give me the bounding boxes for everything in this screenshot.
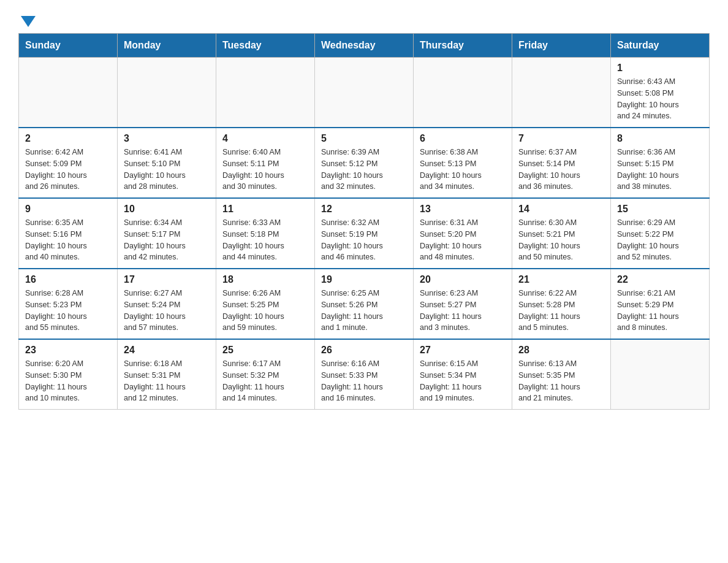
day-info: Sunrise: 6:31 AM Sunset: 5:20 PM Dayligh… [420, 217, 506, 263]
calendar-day-cell: 2Sunrise: 6:42 AM Sunset: 5:09 PM Daylig… [19, 128, 118, 198]
calendar-week-row: 23Sunrise: 6:20 AM Sunset: 5:30 PM Dayli… [19, 339, 710, 410]
day-info: Sunrise: 6:35 AM Sunset: 5:16 PM Dayligh… [25, 217, 111, 263]
calendar-day-cell [512, 58, 611, 128]
day-number: 26 [321, 345, 407, 356]
day-info: Sunrise: 6:17 AM Sunset: 5:32 PM Dayligh… [222, 358, 308, 404]
day-info: Sunrise: 6:41 AM Sunset: 5:10 PM Dayligh… [124, 147, 210, 193]
day-number: 23 [25, 345, 111, 356]
day-info: Sunrise: 6:29 AM Sunset: 5:22 PM Dayligh… [617, 217, 703, 263]
logo-triangle-icon [21, 16, 36, 27]
calendar-day-cell: 8Sunrise: 6:36 AM Sunset: 5:15 PM Daylig… [611, 128, 710, 198]
day-number: 2 [25, 133, 111, 144]
calendar-day-cell: 1Sunrise: 6:43 AM Sunset: 5:08 PM Daylig… [611, 58, 710, 128]
day-number: 1 [617, 63, 703, 74]
day-info: Sunrise: 6:13 AM Sunset: 5:35 PM Dayligh… [518, 358, 604, 404]
calendar-week-row: 16Sunrise: 6:28 AM Sunset: 5:23 PM Dayli… [19, 269, 710, 339]
weekday-header-friday: Friday [512, 34, 611, 58]
calendar-day-cell: 17Sunrise: 6:27 AM Sunset: 5:24 PM Dayli… [118, 269, 216, 339]
day-info: Sunrise: 6:40 AM Sunset: 5:11 PM Dayligh… [222, 147, 308, 193]
calendar-day-cell: 9Sunrise: 6:35 AM Sunset: 5:16 PM Daylig… [19, 198, 118, 269]
day-number: 22 [617, 274, 703, 285]
day-number: 5 [321, 133, 407, 144]
day-info: Sunrise: 6:34 AM Sunset: 5:17 PM Dayligh… [124, 217, 210, 263]
day-info: Sunrise: 6:28 AM Sunset: 5:23 PM Dayligh… [25, 288, 111, 334]
calendar-day-cell: 19Sunrise: 6:25 AM Sunset: 5:26 PM Dayli… [315, 269, 414, 339]
day-info: Sunrise: 6:42 AM Sunset: 5:09 PM Dayligh… [25, 147, 111, 193]
day-number: 9 [25, 204, 111, 215]
calendar-day-cell: 6Sunrise: 6:38 AM Sunset: 5:13 PM Daylig… [414, 128, 512, 198]
day-info: Sunrise: 6:32 AM Sunset: 5:19 PM Dayligh… [321, 217, 407, 263]
day-number: 10 [124, 204, 210, 215]
day-number: 16 [25, 274, 111, 285]
calendar-day-cell [19, 58, 118, 128]
day-number: 19 [321, 274, 407, 285]
day-number: 6 [420, 133, 506, 144]
calendar-day-cell [118, 58, 216, 128]
day-info: Sunrise: 6:15 AM Sunset: 5:34 PM Dayligh… [420, 358, 506, 404]
calendar-day-cell: 28Sunrise: 6:13 AM Sunset: 5:35 PM Dayli… [512, 339, 611, 410]
day-number: 13 [420, 204, 506, 215]
day-number: 25 [222, 345, 308, 356]
calendar-day-cell: 10Sunrise: 6:34 AM Sunset: 5:17 PM Dayli… [118, 198, 216, 269]
calendar-day-cell [216, 58, 315, 128]
calendar-day-cell: 7Sunrise: 6:37 AM Sunset: 5:14 PM Daylig… [512, 128, 611, 198]
calendar-day-cell: 18Sunrise: 6:26 AM Sunset: 5:25 PM Dayli… [216, 269, 315, 339]
calendar-day-cell: 15Sunrise: 6:29 AM Sunset: 5:22 PM Dayli… [611, 198, 710, 269]
calendar-week-row: 9Sunrise: 6:35 AM Sunset: 5:16 PM Daylig… [19, 198, 710, 269]
calendar-day-cell: 20Sunrise: 6:23 AM Sunset: 5:27 PM Dayli… [414, 269, 512, 339]
calendar-week-row: 1Sunrise: 6:43 AM Sunset: 5:08 PM Daylig… [19, 58, 710, 128]
day-info: Sunrise: 6:43 AM Sunset: 5:08 PM Dayligh… [617, 76, 703, 122]
day-number: 18 [222, 274, 308, 285]
weekday-header-sunday: Sunday [19, 34, 118, 58]
page-header [18, 12, 710, 27]
day-number: 8 [617, 133, 703, 144]
weekday-header-saturday: Saturday [611, 34, 710, 58]
weekday-header-thursday: Thursday [414, 34, 512, 58]
calendar-day-cell: 11Sunrise: 6:33 AM Sunset: 5:18 PM Dayli… [216, 198, 315, 269]
day-number: 11 [222, 204, 308, 215]
day-number: 14 [518, 204, 604, 215]
weekday-header-monday: Monday [118, 34, 216, 58]
calendar-day-cell: 23Sunrise: 6:20 AM Sunset: 5:30 PM Dayli… [19, 339, 118, 410]
calendar-day-cell: 14Sunrise: 6:30 AM Sunset: 5:21 PM Dayli… [512, 198, 611, 269]
calendar-day-cell: 21Sunrise: 6:22 AM Sunset: 5:28 PM Dayli… [512, 269, 611, 339]
day-info: Sunrise: 6:23 AM Sunset: 5:27 PM Dayligh… [420, 288, 506, 334]
calendar-day-cell [315, 58, 414, 128]
day-info: Sunrise: 6:22 AM Sunset: 5:28 PM Dayligh… [518, 288, 604, 334]
day-info: Sunrise: 6:39 AM Sunset: 5:12 PM Dayligh… [321, 147, 407, 193]
day-info: Sunrise: 6:26 AM Sunset: 5:25 PM Dayligh… [222, 288, 308, 334]
day-info: Sunrise: 6:33 AM Sunset: 5:18 PM Dayligh… [222, 217, 308, 263]
calendar-table: SundayMondayTuesdayWednesdayThursdayFrid… [18, 33, 710, 410]
weekday-header-tuesday: Tuesday [216, 34, 315, 58]
calendar-day-cell: 27Sunrise: 6:15 AM Sunset: 5:34 PM Dayli… [414, 339, 512, 410]
day-info: Sunrise: 6:25 AM Sunset: 5:26 PM Dayligh… [321, 288, 407, 334]
day-info: Sunrise: 6:36 AM Sunset: 5:15 PM Dayligh… [617, 147, 703, 193]
day-info: Sunrise: 6:16 AM Sunset: 5:33 PM Dayligh… [321, 358, 407, 404]
calendar-day-cell: 12Sunrise: 6:32 AM Sunset: 5:19 PM Dayli… [315, 198, 414, 269]
calendar-day-cell: 4Sunrise: 6:40 AM Sunset: 5:11 PM Daylig… [216, 128, 315, 198]
calendar-day-cell [414, 58, 512, 128]
calendar-day-cell: 16Sunrise: 6:28 AM Sunset: 5:23 PM Dayli… [19, 269, 118, 339]
calendar-day-cell: 22Sunrise: 6:21 AM Sunset: 5:29 PM Dayli… [611, 269, 710, 339]
day-info: Sunrise: 6:21 AM Sunset: 5:29 PM Dayligh… [617, 288, 703, 334]
day-number: 12 [321, 204, 407, 215]
day-info: Sunrise: 6:18 AM Sunset: 5:31 PM Dayligh… [124, 358, 210, 404]
calendar-day-cell: 26Sunrise: 6:16 AM Sunset: 5:33 PM Dayli… [315, 339, 414, 410]
calendar-day-cell: 24Sunrise: 6:18 AM Sunset: 5:31 PM Dayli… [118, 339, 216, 410]
calendar-day-cell: 5Sunrise: 6:39 AM Sunset: 5:12 PM Daylig… [315, 128, 414, 198]
day-number: 7 [518, 133, 604, 144]
weekday-header-wednesday: Wednesday [315, 34, 414, 58]
calendar-day-cell: 25Sunrise: 6:17 AM Sunset: 5:32 PM Dayli… [216, 339, 315, 410]
day-number: 15 [617, 204, 703, 215]
day-number: 20 [420, 274, 506, 285]
day-info: Sunrise: 6:20 AM Sunset: 5:30 PM Dayligh… [25, 358, 111, 404]
day-info: Sunrise: 6:30 AM Sunset: 5:21 PM Dayligh… [518, 217, 604, 263]
day-number: 21 [518, 274, 604, 285]
day-number: 27 [420, 345, 506, 356]
calendar-day-cell: 13Sunrise: 6:31 AM Sunset: 5:20 PM Dayli… [414, 198, 512, 269]
day-info: Sunrise: 6:38 AM Sunset: 5:13 PM Dayligh… [420, 147, 506, 193]
day-number: 3 [124, 133, 210, 144]
day-number: 28 [518, 345, 604, 356]
day-number: 4 [222, 133, 308, 144]
calendar-header-row: SundayMondayTuesdayWednesdayThursdayFrid… [19, 34, 710, 58]
